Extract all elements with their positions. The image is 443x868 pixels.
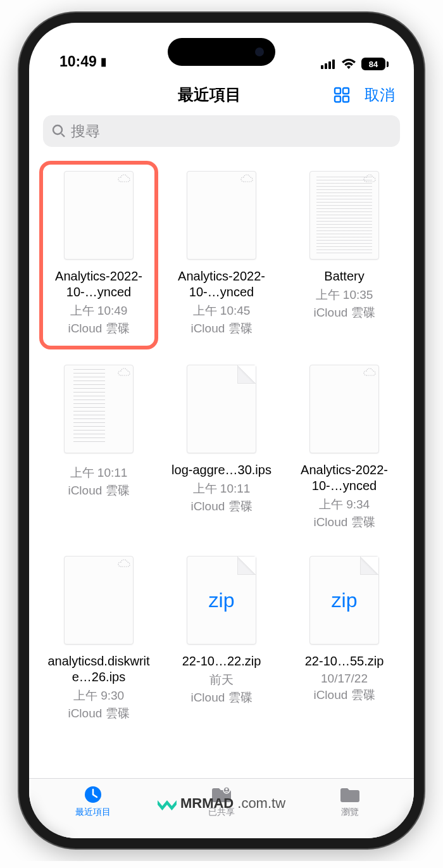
file-time: 上午 10:49 xyxy=(70,303,128,319)
svg-rect-2 xyxy=(328,61,331,69)
svg-rect-1 xyxy=(325,63,327,69)
folder-person-icon xyxy=(211,785,232,804)
file-time: 上午 10:11 xyxy=(70,465,128,481)
search-icon xyxy=(52,124,66,138)
lock-icon: ▮ xyxy=(101,55,106,68)
phone-frame: 10:49 ▮ 84 最近項目 xyxy=(19,13,424,848)
file-thumbnail xyxy=(64,556,134,645)
file-thumbnail xyxy=(64,171,134,260)
cancel-button[interactable]: 取消 xyxy=(365,85,395,105)
file-name: 22-10…55.zip xyxy=(305,653,384,669)
file-thumbnail xyxy=(187,365,256,453)
file-item[interactable]: zip22-10…22.zip前天iCloud 雲碟 xyxy=(163,552,280,726)
status-time: 10:49 xyxy=(59,53,97,70)
file-thumbnail xyxy=(187,171,256,260)
svg-rect-6 xyxy=(335,96,340,102)
file-thumbnail xyxy=(64,365,134,453)
page-title: 最近項目 xyxy=(86,84,333,105)
file-item[interactable]: 上午 10:11iCloud 雲碟 xyxy=(41,361,157,534)
cloud-icon xyxy=(118,174,130,183)
wifi-icon xyxy=(341,58,356,70)
file-location: iCloud 雲碟 xyxy=(313,305,375,321)
cloud-icon xyxy=(118,368,130,377)
cloud-icon xyxy=(363,368,376,377)
file-name: analyticsd.diskwrite…26.ips xyxy=(45,653,153,685)
svg-rect-5 xyxy=(343,88,349,94)
file-time: 上午 10:11 xyxy=(193,481,251,497)
battery-indicator: 84 xyxy=(361,58,389,70)
file-location: iCloud 雲碟 xyxy=(190,689,252,706)
file-location: iCloud 雲碟 xyxy=(313,687,375,703)
clock-icon xyxy=(84,785,103,804)
file-time: 上午 10:35 xyxy=(316,287,373,303)
svg-rect-0 xyxy=(321,65,323,69)
file-item[interactable]: log-aggre…30.ips上午 10:11iCloud 雲碟 xyxy=(163,361,280,534)
screen: 10:49 ▮ 84 最近項目 xyxy=(29,23,414,838)
file-item[interactable]: Analytics-2022-10-…ynced上午 9:34iCloud 雲碟 xyxy=(286,361,402,534)
file-item[interactable]: Analytics-2022-10-…ynced上午 10:45iCloud 雲… xyxy=(163,167,280,343)
cellular-icon xyxy=(321,59,336,69)
file-name: Analytics-2022-10-…ynced xyxy=(45,268,153,300)
search-placeholder: 搜尋 xyxy=(71,122,100,141)
file-time: 上午 9:34 xyxy=(319,496,370,513)
dynamic-island xyxy=(168,38,275,66)
tab-recents[interactable]: 最近項目 xyxy=(29,779,158,838)
file-time: 前天 xyxy=(209,672,234,688)
tab-browse[interactable]: 瀏覽 xyxy=(285,779,414,838)
svg-rect-3 xyxy=(332,60,335,69)
search-input[interactable]: 搜尋 xyxy=(43,115,400,147)
file-thumbnail: zip xyxy=(309,556,379,645)
file-thumbnail: zip xyxy=(187,556,256,645)
file-item[interactable]: zip22-10…55.zip10/17/22iCloud 雲碟 xyxy=(286,552,402,726)
file-item[interactable]: Battery上午 10:35iCloud 雲碟 xyxy=(286,167,402,343)
file-name: Battery xyxy=(324,268,364,284)
svg-line-9 xyxy=(61,134,65,137)
file-time: 10/17/22 xyxy=(321,672,368,686)
view-grid-icon[interactable] xyxy=(333,86,351,104)
folder-icon xyxy=(339,785,361,804)
svg-point-8 xyxy=(53,125,62,134)
file-time: 上午 10:45 xyxy=(193,303,251,319)
file-location: iCloud 雲碟 xyxy=(190,498,252,515)
file-grid[interactable]: Analytics-2022-10-…ynced上午 10:49iCloud 雲… xyxy=(29,156,414,778)
svg-point-12 xyxy=(225,788,228,791)
file-name: Analytics-2022-10-…ynced xyxy=(290,462,398,494)
file-thumbnail xyxy=(309,365,379,453)
file-location: iCloud 雲碟 xyxy=(68,705,129,722)
tab-bar: 最近項目 已共享 瀏覽 xyxy=(29,778,414,838)
file-location: iCloud 雲碟 xyxy=(68,320,129,337)
navigation-header: 最近項目 取消 xyxy=(29,70,414,115)
file-item[interactable]: analyticsd.diskwrite…26.ips上午 9:30iCloud… xyxy=(41,552,157,726)
file-location: iCloud 雲碟 xyxy=(68,482,129,499)
file-name: Analytics-2022-10-…ynced xyxy=(168,268,275,300)
file-location: iCloud 雲碟 xyxy=(190,320,252,337)
file-thumbnail xyxy=(309,171,379,260)
file-item[interactable]: Analytics-2022-10-…ynced上午 10:49iCloud 雲… xyxy=(39,161,158,349)
file-name: 22-10…22.zip xyxy=(182,653,261,669)
tab-shared[interactable]: 已共享 xyxy=(158,779,286,838)
cloud-icon xyxy=(118,559,130,568)
file-location: iCloud 雲碟 xyxy=(313,514,375,531)
svg-rect-4 xyxy=(335,88,340,94)
svg-rect-7 xyxy=(343,96,349,102)
file-name: log-aggre…30.ips xyxy=(172,462,271,478)
file-time: 上午 9:30 xyxy=(73,688,124,704)
cloud-icon xyxy=(240,174,253,183)
